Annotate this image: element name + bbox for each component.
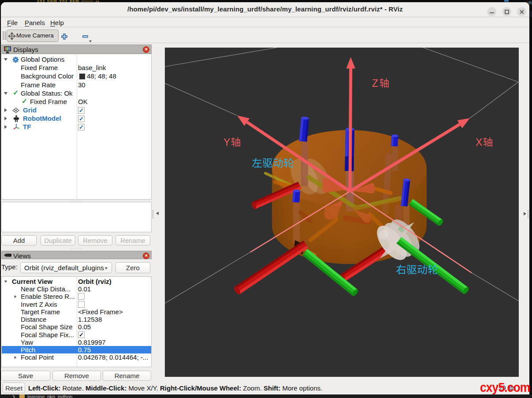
svg-text:Y: Y: [223, 137, 230, 148]
svg-text:Z: Z: [372, 78, 378, 89]
svg-text:X: X: [476, 137, 482, 148]
